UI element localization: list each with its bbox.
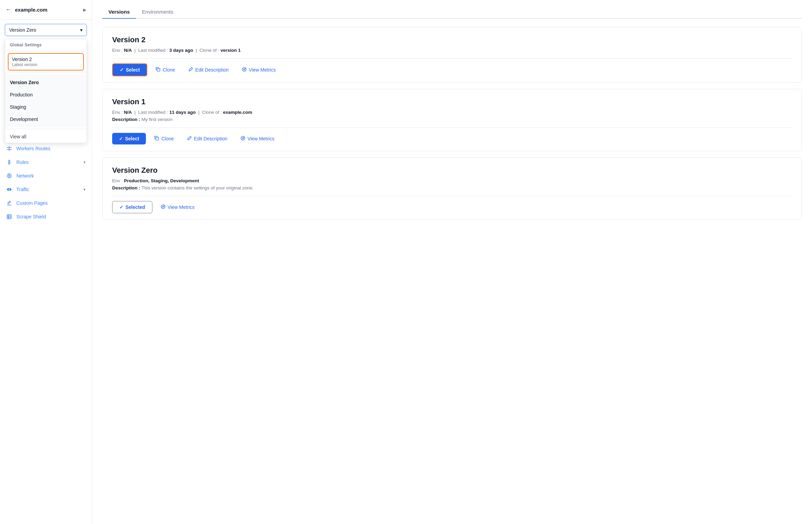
- version-zero-actions: ✓ Selected View Metrics: [112, 201, 792, 213]
- version-dropdown-button[interactable]: Version Zero ▾: [5, 24, 87, 36]
- dropdown-view-all[interactable]: View all: [5, 130, 87, 143]
- dropdown-item-version-zero[interactable]: Version Zero: [5, 76, 87, 89]
- version-zero-meta: Env : Production, Staging, Development: [112, 178, 792, 183]
- sidebar-item-scrape-shield[interactable]: Scrape Shield: [0, 210, 92, 224]
- svg-rect-20: [156, 137, 159, 140]
- custom-pages-icon: [6, 200, 12, 206]
- network-icon: [6, 173, 12, 179]
- version-2-metrics-button[interactable]: View Metrics: [237, 64, 281, 76]
- main-content: Versions Environments Version 2 Env : N/…: [92, 0, 812, 524]
- metrics-label: View Metrics: [249, 67, 276, 73]
- sidebar-item-traffic-label: Traffic: [16, 187, 79, 192]
- version-2-actions: ✓ Select Clone Edit Descripti: [112, 63, 792, 76]
- traffic-icon: [6, 186, 12, 192]
- site-arrow-icon: ▶: [83, 7, 86, 12]
- dropdown-item-development[interactable]: Development: [5, 113, 87, 125]
- dropdown-divider-3: [5, 129, 87, 129]
- rules-chevron-icon: ▾: [84, 160, 86, 165]
- clone-icon: [155, 67, 161, 73]
- clone-icon: [154, 136, 159, 142]
- version-2-divider: [112, 58, 792, 59]
- version-2-meta: Env : N/A | Last modified : 3 days ago |…: [112, 48, 792, 53]
- select-label: Select: [126, 67, 140, 73]
- sidebar-item-custom-pages[interactable]: Custom Pages: [0, 196, 92, 210]
- version-1-clone-button[interactable]: Clone: [149, 133, 179, 145]
- metrics-label: View Metrics: [247, 136, 274, 141]
- svg-rect-12: [7, 215, 11, 219]
- version-1-desc: Description : My first version: [112, 117, 792, 122]
- check-icon: ✓: [119, 204, 123, 210]
- selected-label: Selected: [125, 204, 145, 210]
- metrics-icon: [242, 67, 247, 73]
- rules-icon: [6, 159, 12, 165]
- clone-label: Clone: [161, 136, 174, 141]
- dropdown-item-version2-name: Version 2: [12, 57, 80, 62]
- edit-label: Edit Description: [195, 67, 229, 73]
- sidebar-item-rules[interactable]: Rules ▾: [0, 155, 92, 169]
- svg-point-25: [162, 206, 164, 207]
- check-icon: ✓: [119, 136, 123, 141]
- version-dropdown-menu: Global Settings Version 2 Latest version…: [5, 39, 87, 143]
- dropdown-item-development-name: Development: [10, 117, 82, 122]
- version-1-metrics-button[interactable]: View Metrics: [236, 133, 279, 145]
- version-2-clone-button[interactable]: Clone: [151, 64, 180, 76]
- sidebar-item-workers-label: Workers Routes: [16, 146, 86, 151]
- sidebar-item-rules-label: Rules: [16, 159, 79, 165]
- svg-line-23: [243, 137, 244, 138]
- sidebar-item-network[interactable]: Network: [0, 169, 92, 183]
- svg-point-9: [8, 189, 9, 190]
- metrics-icon: [161, 204, 166, 210]
- tabs: Versions Environments: [102, 0, 802, 19]
- dropdown-item-version-zero-name: Version Zero: [10, 80, 82, 85]
- version-1-select-button[interactable]: ✓ Select: [112, 133, 146, 144]
- version-2-edit-button[interactable]: Edit Description: [183, 64, 234, 76]
- svg-point-22: [242, 138, 244, 139]
- version-1-edit-button[interactable]: Edit Description: [182, 133, 232, 145]
- version-zero-desc: Description : This version contains the …: [112, 185, 792, 190]
- version-1-divider: [112, 127, 792, 128]
- tab-environments[interactable]: Environments: [136, 5, 180, 19]
- version-zero-title: Version Zero: [112, 166, 792, 175]
- svg-point-0: [9, 160, 10, 161]
- nav-items: Workers Routes Rules ▾ Network: [0, 139, 92, 524]
- sidebar-item-workers-routes[interactable]: Workers Routes: [0, 142, 92, 155]
- version-zero-metrics-button[interactable]: View Metrics: [156, 201, 199, 213]
- site-name: example.com: [15, 7, 80, 13]
- version-1-meta: Env : N/A | Last modified : 11 days ago …: [112, 110, 792, 115]
- sidebar-header: ← example.com ▶: [0, 0, 92, 20]
- version-zero-selected-button[interactable]: ✓ Selected: [112, 201, 152, 213]
- chevron-down-icon: ▾: [80, 27, 82, 33]
- svg-point-1: [9, 163, 10, 164]
- dropdown-item-production-name: Production: [10, 92, 82, 97]
- back-button[interactable]: ←: [5, 6, 12, 13]
- dropdown-item-version2[interactable]: Version 2 Latest version: [8, 53, 84, 71]
- edit-label: Edit Description: [194, 136, 227, 141]
- version-2-select-button[interactable]: ✓ Select: [112, 63, 147, 76]
- scrape-shield-icon: [6, 214, 12, 220]
- dropdown-item-staging[interactable]: Staging: [5, 101, 87, 113]
- sidebar-item-traffic[interactable]: Traffic ▾: [0, 183, 92, 196]
- dropdown-section-global: Global Settings: [5, 39, 87, 49]
- version-1-title: Version 1: [112, 97, 792, 106]
- sidebar-item-custom-pages-label: Custom Pages: [16, 200, 86, 206]
- version-2-title: Version 2: [112, 35, 792, 44]
- edit-icon: [187, 136, 192, 142]
- workers-icon: [6, 145, 12, 152]
- dropdown-item-production[interactable]: Production: [5, 89, 87, 101]
- svg-line-19: [245, 68, 246, 69]
- tab-versions[interactable]: Versions: [102, 5, 136, 19]
- version-1-actions: ✓ Select Clone Edit Descripti: [112, 133, 792, 145]
- svg-point-18: [244, 69, 245, 70]
- clone-label: Clone: [163, 67, 175, 73]
- dropdown-group: Version Zero Production Staging Developm…: [5, 74, 87, 127]
- svg-point-10: [10, 189, 11, 190]
- dropdown-item-version2-sub: Latest version: [12, 62, 80, 67]
- metrics-label: View Metrics: [168, 204, 195, 210]
- edit-icon: [188, 67, 193, 73]
- select-label: Select: [125, 136, 139, 141]
- check-icon: ✓: [120, 67, 124, 73]
- version-dropdown-label: Version Zero: [9, 27, 36, 33]
- dropdown-divider-2: [5, 73, 87, 73]
- dropdown-item-staging-name: Staging: [10, 104, 82, 110]
- traffic-chevron-icon: ▾: [84, 187, 86, 192]
